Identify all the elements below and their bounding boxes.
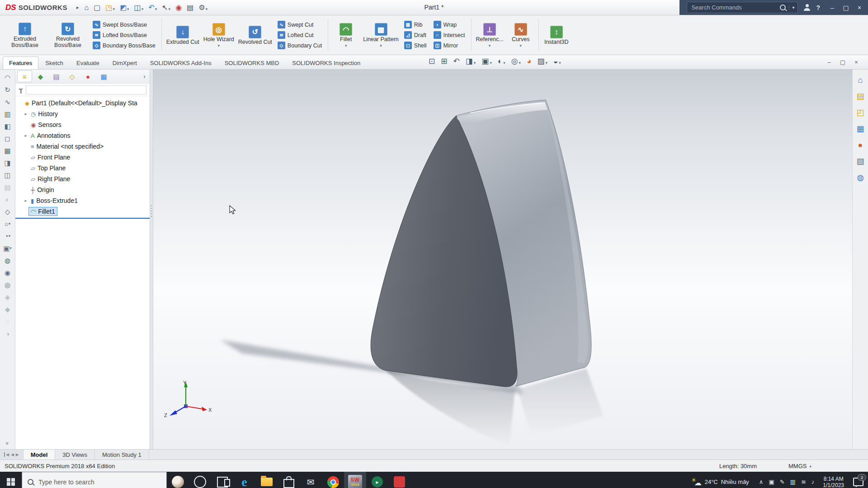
- fillet1-item[interactable]: ◠Fillet1: [15, 206, 150, 217]
- part1-default-default-display-sta-item[interactable]: ◆Part1 (Default<<Default>_Display Sta: [15, 98, 150, 108]
- fillet-button[interactable]: ◠Fillet▾: [331, 21, 360, 49]
- start-button[interactable]: [0, 472, 22, 488]
- tab-sketch[interactable]: Sketch: [39, 56, 70, 69]
- shell-button[interactable]: ◻Shell: [403, 41, 428, 50]
- taskbar-clock[interactable]: 8:14 AM 1/1/2023: [819, 472, 848, 488]
- extruded-boss-base-button[interactable]: ↑Extruded Boss/Base: [4, 21, 46, 49]
- open-button[interactable]: ◳▾: [104, 3, 117, 13]
- apply-scene-button[interactable]: ▨▾: [536, 56, 549, 66]
- annotations-item[interactable]: ▸AAnnotations: [15, 130, 150, 141]
- dimxpertmanager-tab[interactable]: ◇: [65, 70, 80, 82]
- sensors-item[interactable]: ◉Sensors: [15, 119, 150, 130]
- hide-show-items-button[interactable]: ◎▾: [510, 56, 522, 66]
- tool-icon-22[interactable]: ◑: [2, 329, 13, 338]
- expand-arrow-icon[interactable]: ▸: [23, 133, 28, 138]
- curves-button[interactable]: ∿Curves▾: [506, 21, 535, 49]
- tab-solidworks-mbd[interactable]: SOLIDWORKS MBD: [218, 56, 286, 69]
- tab-motion-study-1[interactable]: Motion Study 1: [95, 450, 149, 460]
- wrap-button[interactable]: ◖Wrap: [432, 20, 467, 29]
- panel-expand-chevron[interactable]: ›: [141, 73, 148, 80]
- tool-icon-21[interactable]: ◌: [2, 317, 13, 325]
- tool-icon-2[interactable]: ↻: [2, 85, 13, 94]
- tool-icon-8[interactable]: ◨: [2, 159, 13, 167]
- taskbar-search[interactable]: [22, 472, 167, 488]
- lofted-boss-base-button[interactable]: ≋Lofted Boss/Base: [91, 31, 157, 39]
- file-properties-button[interactable]: ▤: [185, 3, 195, 13]
- previous-view-button[interactable]: ↶: [452, 56, 461, 66]
- tool-icon-12[interactable]: ◇: [2, 207, 13, 216]
- appearances-taskpane-tab[interactable]: ●: [854, 140, 866, 150]
- lofted-cut-button[interactable]: ≋Lofted Cut: [276, 31, 323, 39]
- history-item[interactable]: ▸◷History: [15, 108, 150, 119]
- chrome-taskbar-button[interactable]: [322, 472, 344, 488]
- rebuild-button[interactable]: ◉: [174, 3, 184, 13]
- options-button[interactable]: ⚙▾: [197, 3, 209, 13]
- tool-icon-17[interactable]: ◉: [2, 268, 13, 277]
- intersect-button[interactable]: ∩Intersect: [432, 31, 467, 39]
- minimize-document-button[interactable]: –: [824, 57, 835, 66]
- document-recovery-taskpane-tab[interactable]: ◍: [854, 173, 866, 183]
- tool-icon-20[interactable]: ◆: [2, 305, 13, 313]
- tab-scroll-next[interactable]: ▶: [16, 452, 19, 457]
- boundary-cut-button[interactable]: ◇Boundary Cut: [276, 41, 323, 50]
- minimize-window-button[interactable]: –: [826, 0, 839, 15]
- home-button[interactable]: ⌂: [83, 3, 91, 13]
- pen-tray-button[interactable]: ✎: [780, 479, 785, 485]
- top-plane-item[interactable]: ▱Top Plane: [15, 163, 150, 174]
- revolved-cut-button[interactable]: ↺Revolved Cut: [237, 24, 274, 47]
- help-icon[interactable]: ?: [816, 4, 820, 11]
- task-view-taskbar-button[interactable]: [211, 472, 233, 488]
- revolved-boss-base-button[interactable]: ↻Revolved Boss/Base: [47, 21, 89, 49]
- view-settings-button[interactable]: ◒▾: [552, 56, 562, 66]
- new-document-button[interactable]: ▢: [92, 3, 102, 13]
- boss-extrude1-item[interactable]: ▸▮Boss-Extrude1: [15, 195, 150, 206]
- display-tray-button[interactable]: ▣: [769, 479, 774, 485]
- print-button[interactable]: ◫▾: [132, 3, 146, 13]
- swept-boss-base-button[interactable]: ∿Swept Boss/Base: [91, 20, 157, 29]
- tool-icon-18[interactable]: ◎: [2, 281, 13, 289]
- tool-icon-16[interactable]: ◍: [2, 256, 13, 264]
- camtasia-taskbar-button[interactable]: ▸: [366, 472, 388, 488]
- maximize-window-button[interactable]: ▢: [839, 0, 853, 15]
- save-button[interactable]: ◩▾: [118, 3, 131, 13]
- rib-button[interactable]: ▥Rib: [403, 20, 428, 29]
- taskbar-search-input[interactable]: [38, 478, 161, 486]
- edge-taskbar-button[interactable]: e: [233, 472, 255, 488]
- origin-item[interactable]: ┼Origin: [15, 184, 150, 195]
- mail-taskbar-button[interactable]: ✉: [300, 472, 322, 488]
- command-search[interactable]: ▾: [687, 2, 798, 13]
- pinned-app-taskbar-button[interactable]: [167, 472, 189, 488]
- file-explorer-taskbar-button[interactable]: [255, 472, 278, 488]
- tab-scroll-prev[interactable]: ◀: [11, 452, 14, 457]
- tool-icon-13[interactable]: ○▾: [2, 220, 13, 228]
- volume-tray-button[interactable]: ♪: [811, 479, 815, 485]
- edit-appearance-button[interactable]: ◕: [525, 56, 533, 66]
- linear-pattern-button[interactable]: ▦Linear Pattern▾: [362, 21, 400, 49]
- tool-icon-15[interactable]: ▣▾: [2, 244, 13, 252]
- displaymanager-tab[interactable]: ●: [80, 70, 95, 82]
- toolbar-flyout-arrow[interactable]: ▸: [76, 5, 79, 10]
- action-center-button[interactable]: 2: [848, 472, 868, 488]
- command-search-input[interactable]: [690, 4, 777, 11]
- zoom-to-area-button[interactable]: ⊞: [439, 56, 448, 66]
- home-taskpane-tab[interactable]: ⌂: [854, 75, 866, 85]
- tab-evaluate[interactable]: Evaluate: [70, 56, 106, 69]
- hole-wizard-button[interactable]: ◎Hole Wizard▾: [202, 21, 236, 49]
- referenc-button[interactable]: ⊥Referenc...▾: [475, 21, 505, 49]
- panel-splitter[interactable]: [150, 70, 153, 449]
- tool-icon-5[interactable]: ◧: [2, 122, 13, 130]
- battery-tray-button[interactable]: ▥: [790, 479, 796, 485]
- store-taskbar-button[interactable]: [278, 472, 300, 488]
- file-explorer-taskpane-tab[interactable]: ◰: [854, 108, 866, 117]
- expand-arrow-icon[interactable]: ▸: [23, 112, 28, 116]
- tool-icon-7[interactable]: ▦: [2, 146, 13, 155]
- select-button[interactable]: ↖▾: [160, 3, 172, 13]
- filter-input[interactable]: [26, 85, 146, 94]
- media-app-taskbar-button[interactable]: [388, 472, 410, 488]
- section-view-button[interactable]: ◨▾: [464, 56, 477, 66]
- weather-widget[interactable]: ☀☁ 24°C Nhiều mây: [686, 472, 755, 488]
- graphics-area[interactable]: Y X Z: [153, 70, 852, 449]
- cortana-taskbar-button[interactable]: [189, 472, 211, 488]
- draft-button[interactable]: ◿Draft: [403, 31, 428, 39]
- rollback-bar[interactable]: [15, 218, 150, 219]
